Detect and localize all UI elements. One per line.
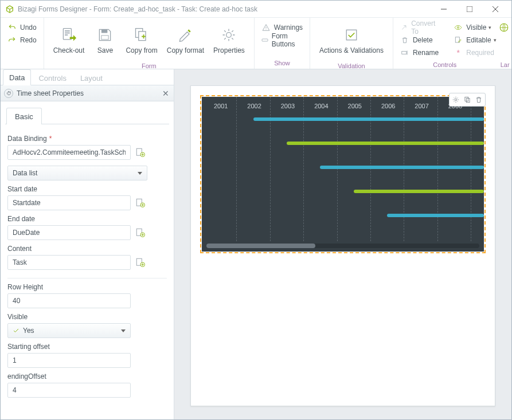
databinding-add-button[interactable] xyxy=(135,147,146,158)
undo-icon xyxy=(7,23,17,32)
show-group-label: Show xyxy=(255,60,310,69)
convert-label: Convert To xyxy=(411,19,439,36)
startdate-add-button[interactable] xyxy=(135,198,146,208)
convertto-button[interactable]: Convert To xyxy=(398,22,441,33)
undo-button[interactable]: Undo xyxy=(5,22,39,33)
svg-rect-4 xyxy=(101,29,108,33)
datalist-value: Data list xyxy=(13,169,37,177)
enddate-input[interactable] xyxy=(7,225,131,240)
chevron-down-icon: ▾ xyxy=(494,37,497,43)
startoffset-label: Starting offset xyxy=(7,343,167,351)
rename-label: Rename xyxy=(413,49,439,57)
rowheight-input[interactable] xyxy=(7,293,131,308)
app-icon xyxy=(5,5,14,14)
properties-title: Time sheet Properties xyxy=(17,89,162,97)
startoffset-input[interactable] xyxy=(7,353,131,368)
check-icon xyxy=(13,327,19,334)
window-minimize-button[interactable] xyxy=(431,1,456,17)
checkout-icon xyxy=(60,26,78,44)
chart-scrollbar[interactable] xyxy=(206,244,479,248)
clock-icon: ⏱ xyxy=(4,89,13,98)
actions-label: Actions & Validations xyxy=(319,46,384,54)
globe-icon[interactable] xyxy=(499,22,509,33)
properties-icon xyxy=(220,26,238,44)
content-add-button[interactable] xyxy=(135,257,146,268)
copy-icon[interactable] xyxy=(462,95,472,105)
copyfrom-button[interactable]: Copy from xyxy=(121,20,162,60)
checkout-label: Check-out xyxy=(53,46,85,54)
visible-select[interactable]: Yes xyxy=(7,323,131,338)
content-label: Content xyxy=(7,245,167,253)
svg-rect-25 xyxy=(466,99,470,103)
warning-icon xyxy=(261,23,271,32)
delete-button[interactable]: Delete xyxy=(398,34,441,46)
tab-layout[interactable]: Layout xyxy=(74,70,109,85)
tab-controls[interactable]: Controls xyxy=(32,70,72,85)
startdate-input[interactable] xyxy=(7,195,131,210)
redo-button[interactable]: Redo xyxy=(5,34,39,46)
form-group-label: Form xyxy=(44,62,254,69)
save-button[interactable]: Save xyxy=(89,20,121,60)
close-icon[interactable]: ✕ xyxy=(162,89,169,98)
editable-icon xyxy=(454,36,463,44)
trash-icon[interactable] xyxy=(474,95,484,105)
properties-label: Properties xyxy=(213,46,245,54)
timesheet-component[interactable]: 20012002200320042005200620072008 xyxy=(200,95,486,253)
rename-button[interactable]: Rename xyxy=(398,47,441,58)
actions-icon xyxy=(342,26,361,44)
timeline-bar xyxy=(354,190,484,193)
eye-icon xyxy=(454,23,463,32)
timeline-bar xyxy=(287,142,484,145)
copyformat-button[interactable]: Copy format xyxy=(162,20,209,60)
svg-rect-13 xyxy=(456,37,460,42)
svg-rect-10 xyxy=(346,30,357,40)
validation-group-label: Validation xyxy=(310,62,393,69)
required-button[interactable]: * Required xyxy=(451,47,498,58)
databinding-label: Data Binding* xyxy=(7,135,167,143)
formbuttons-button[interactable]: Form Buttons xyxy=(259,34,305,46)
enddate-add-button[interactable] xyxy=(135,227,146,238)
datalist-select[interactable]: Data list xyxy=(7,166,147,180)
scrollbar-thumb[interactable] xyxy=(206,244,315,248)
timeline-chart: 20012002200320042005200620072008 xyxy=(202,97,484,252)
gear-icon[interactable] xyxy=(451,95,461,105)
copyfrom-icon xyxy=(132,26,151,44)
endoffset-input[interactable] xyxy=(7,383,131,398)
enddate-label: End date xyxy=(7,215,167,223)
actions-button[interactable]: Actions & Validations xyxy=(315,20,388,60)
window-maximize-button[interactable] xyxy=(456,1,482,17)
subtab-basic[interactable]: Basic xyxy=(6,108,42,124)
checkout-button[interactable]: Check-out xyxy=(49,20,89,60)
databinding-input[interactable] xyxy=(7,145,131,160)
svg-rect-24 xyxy=(465,97,468,101)
ribbon: Undo Redo Check-out Save Copy from xyxy=(1,18,511,69)
properties-button[interactable]: Properties xyxy=(209,20,249,60)
timeline-bar xyxy=(253,117,484,121)
rename-icon xyxy=(400,49,409,57)
properties-header: ⏱ Time sheet Properties ✕ xyxy=(1,85,174,101)
required-label: Required xyxy=(466,49,494,57)
editable-button[interactable]: Editable ▾ xyxy=(451,34,498,46)
save-label: Save xyxy=(97,46,113,54)
startdate-label: Start date xyxy=(7,185,167,193)
warnings-button[interactable]: Warnings xyxy=(259,22,305,33)
editable-label: Editable xyxy=(466,36,491,44)
design-canvas[interactable]: 20012002200320042005200620072008 xyxy=(174,69,511,419)
svg-rect-11 xyxy=(402,52,407,54)
component-toolbar xyxy=(449,93,486,107)
copyformat-icon xyxy=(176,26,194,44)
lan-group-label: Lar xyxy=(497,61,511,69)
svg-rect-2 xyxy=(65,33,70,34)
convert-icon xyxy=(400,23,408,32)
svg-point-12 xyxy=(458,27,459,29)
visible-button[interactable]: Visible ▾ xyxy=(451,22,498,33)
visible-label: Visible xyxy=(7,313,167,321)
visible-value: Yes xyxy=(23,327,34,335)
rowheight-label: Row Height xyxy=(7,283,167,291)
left-panel: Data Controls Layout ⏱ Time sheet Proper… xyxy=(1,69,174,419)
content-input[interactable] xyxy=(7,255,131,270)
tab-data[interactable]: Data xyxy=(3,69,31,85)
window-close-button[interactable] xyxy=(482,1,508,17)
endoffset-label: endingOffset xyxy=(7,372,167,380)
controls-group-label: Controls xyxy=(393,61,497,69)
